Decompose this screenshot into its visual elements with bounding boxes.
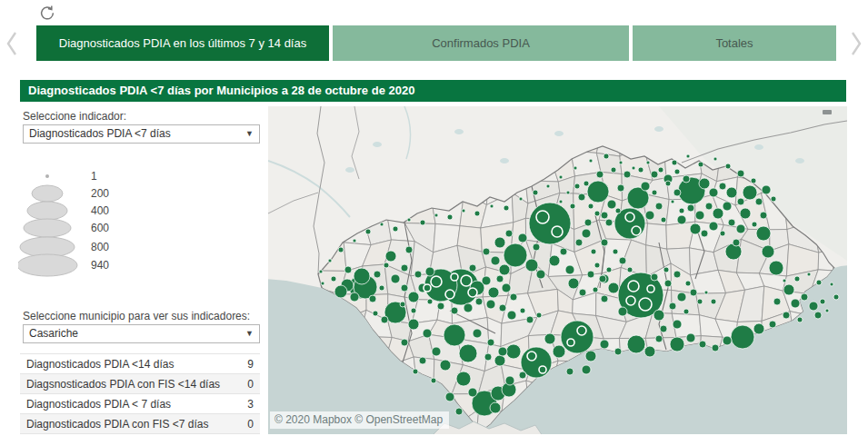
map-bubble[interactable]	[539, 366, 546, 373]
map-bubble[interactable]	[574, 183, 580, 189]
map-bubble[interactable]	[593, 287, 598, 292]
map-bubble[interactable]	[614, 348, 622, 355]
map-bubble[interactable]	[797, 317, 803, 322]
map-bubble[interactable]	[599, 275, 606, 282]
map-bubble[interactable]	[331, 276, 336, 282]
map-bubble[interactable]	[469, 264, 476, 272]
map-bubble[interactable]	[328, 259, 332, 263]
map-bubble[interactable]	[451, 273, 458, 281]
map-bubble[interactable]	[536, 270, 545, 279]
tab-confirmados-pdia[interactable]: Confirmados PDIA	[333, 25, 629, 61]
map-bubble[interactable]	[587, 271, 594, 278]
map-bubble[interactable]	[401, 284, 408, 292]
map-bubble[interactable]	[379, 285, 384, 291]
map-bubble[interactable]	[651, 171, 658, 178]
map-bubble[interactable]	[617, 184, 624, 192]
map-bubble[interactable]	[605, 219, 613, 226]
map-bubble[interactable]	[527, 352, 536, 361]
map-bubble[interactable]	[561, 321, 594, 353]
map-bubble[interactable]	[559, 200, 563, 203]
map-bubble[interactable]	[645, 211, 654, 220]
map-bubble[interactable]	[673, 320, 682, 329]
map-bubble[interactable]	[408, 319, 419, 330]
map-bubble[interactable]	[709, 222, 718, 231]
map-bubble[interactable]	[665, 181, 671, 186]
map-bubble[interactable]	[494, 237, 505, 248]
map-bubble[interactable]	[740, 208, 751, 219]
tab-diagnosticados-7-14[interactable]: Diagnosticados PDIA en los últimos 7 y 1…	[36, 25, 329, 61]
map-bubble[interactable]	[499, 304, 506, 312]
map-bubble[interactable]	[669, 302, 676, 310]
map-bubble[interactable]	[756, 226, 771, 241]
map-bubble[interactable]	[594, 211, 600, 216]
map-bubble[interactable]	[584, 181, 589, 186]
map-bubble[interactable]	[432, 347, 441, 356]
table-row[interactable]: Diagnosticados PDIA <14 días 9	[20, 354, 260, 374]
map-bubble[interactable]	[552, 226, 563, 237]
bubble-map[interactable]: © 2020 Mapbox © OpenStreetMap	[268, 106, 847, 434]
map-bubble[interactable]	[658, 167, 663, 173]
map-bubble[interactable]	[661, 217, 666, 223]
map-bubble[interactable]	[674, 169, 680, 174]
refresh-icon[interactable]	[38, 5, 56, 23]
map-bubble[interactable]	[660, 325, 667, 332]
map-bubble[interactable]	[424, 284, 431, 292]
map-bubble[interactable]	[575, 239, 583, 246]
map-bubble[interactable]	[574, 166, 577, 170]
map-bubble[interactable]	[611, 167, 616, 173]
map-bubble[interactable]	[769, 321, 776, 328]
map-bubble[interactable]	[646, 161, 650, 164]
map-bubble[interactable]	[425, 267, 434, 276]
map-bubble[interactable]	[791, 299, 800, 308]
map-bubble[interactable]	[670, 337, 684, 352]
map-bubble[interactable]	[482, 276, 491, 285]
map-bubble[interactable]	[699, 178, 710, 189]
map-bubble[interactable]	[743, 185, 757, 200]
tab-totales[interactable]: Totales	[633, 25, 836, 61]
map-bubble[interactable]	[455, 408, 463, 415]
map-bubble[interactable]	[655, 203, 663, 210]
map-bubble[interactable]	[783, 312, 790, 319]
next-tab-chevron-icon[interactable]	[846, 27, 866, 60]
map-bubble[interactable]	[505, 376, 514, 385]
map-bubble[interactable]	[384, 263, 389, 268]
map-bubble[interactable]	[762, 185, 771, 194]
map-bubble[interactable]	[462, 209, 465, 213]
map-bubble[interactable]	[582, 229, 591, 238]
map-bubble[interactable]	[638, 167, 644, 173]
map-bubble[interactable]	[582, 365, 591, 374]
map-bubble[interactable]	[606, 267, 612, 272]
map-bubble[interactable]	[380, 223, 384, 226]
map-bubble[interactable]	[755, 198, 763, 205]
map-bubble[interactable]	[814, 312, 822, 319]
map-bubble[interactable]	[385, 251, 396, 262]
map-bubble[interactable]	[627, 267, 633, 272]
map-bubble[interactable]	[484, 353, 492, 361]
map-bubble[interactable]	[319, 270, 323, 273]
map-bubble[interactable]	[568, 278, 579, 289]
map-bubble[interactable]	[773, 298, 781, 305]
map-bubble[interactable]	[628, 281, 639, 292]
map-bubble[interactable]	[639, 298, 652, 311]
indicator-select[interactable]: Diagnosticados PDIA <7 días ▼	[23, 124, 260, 144]
map-bubble[interactable]	[447, 214, 453, 220]
map-bubble[interactable]	[687, 204, 694, 212]
map-bubble[interactable]	[712, 344, 719, 352]
map-bubble[interactable]	[570, 203, 575, 209]
map-bubble[interactable]	[401, 339, 408, 346]
map-bubble[interactable]	[566, 191, 570, 194]
map-bubble[interactable]	[408, 292, 419, 302]
map-bubble[interactable]	[494, 355, 505, 366]
map-bubble[interactable]	[699, 341, 706, 348]
map-bubble[interactable]	[807, 272, 811, 276]
map-bubble[interactable]	[407, 218, 411, 222]
map-bubble[interactable]	[391, 274, 400, 283]
map-bubble[interactable]	[601, 212, 608, 219]
map-bubble[interactable]	[519, 197, 523, 201]
map-bubble[interactable]	[615, 208, 621, 213]
map-bubble[interactable]	[644, 346, 655, 357]
map-bubble[interactable]	[762, 245, 774, 258]
map-bubble[interactable]	[488, 287, 499, 298]
map-bubble[interactable]	[809, 302, 818, 311]
map-bubble[interactable]	[507, 311, 516, 320]
